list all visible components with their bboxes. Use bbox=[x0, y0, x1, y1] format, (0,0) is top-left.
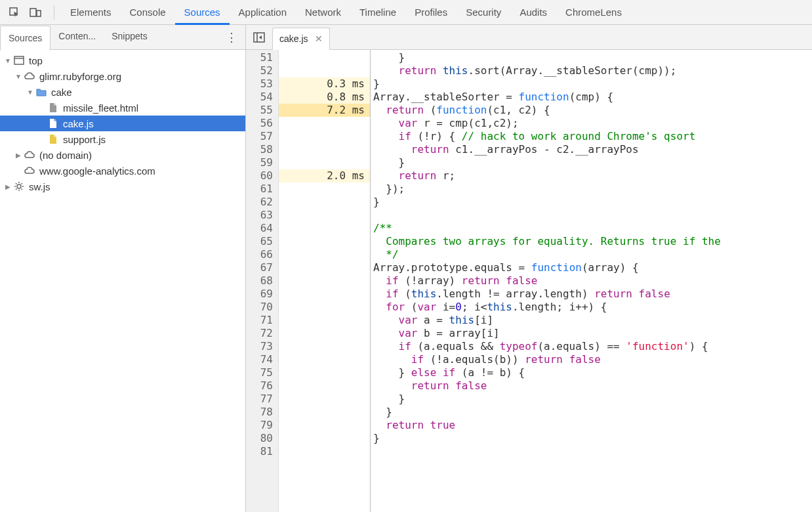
expand-arrow-icon[interactable]: ▶ bbox=[14, 152, 22, 159]
panel-tab-profiles[interactable]: Profiles bbox=[405, 0, 457, 25]
line-number[interactable]: 72 bbox=[246, 327, 278, 340]
code-line[interactable]: } bbox=[373, 196, 812, 209]
code-line[interactable]: for (var i=0; i<this.length; i++) { bbox=[373, 301, 812, 314]
code-line[interactable]: return r; bbox=[373, 169, 812, 182]
line-number[interactable]: 80 bbox=[246, 432, 278, 445]
line-number[interactable]: 74 bbox=[246, 353, 278, 366]
code-line[interactable]: return c1.__arrayPos - c2.__arrayPos bbox=[373, 143, 812, 156]
code-line[interactable]: if (!a.equals(b)) return false bbox=[373, 353, 812, 366]
sidebar-tab-sources[interactable]: Sources bbox=[0, 26, 51, 51]
line-number[interactable]: 58 bbox=[246, 143, 278, 156]
expand-arrow-icon[interactable]: ▼ bbox=[4, 57, 12, 64]
code-line[interactable]: var a = this[i] bbox=[373, 314, 812, 327]
code-line[interactable]: if (!r) { // hack to work around Chrome'… bbox=[373, 130, 812, 143]
line-number[interactable]: 60 bbox=[246, 169, 278, 182]
tree-item-glimr-rubyforge-org[interactable]: ▼glimr.rubyforge.org bbox=[0, 68, 245, 84]
line-number[interactable]: 78 bbox=[246, 406, 278, 419]
code-line[interactable] bbox=[373, 445, 812, 458]
line-number[interactable]: 62 bbox=[246, 196, 278, 209]
panel-tab-elements[interactable]: Elements bbox=[61, 0, 121, 25]
line-number[interactable]: 55 bbox=[246, 104, 278, 117]
sidebar-tab-conten[interactable]: Conten... bbox=[51, 24, 104, 49]
code-line[interactable]: /** bbox=[373, 222, 812, 235]
code-line[interactable]: } bbox=[373, 393, 812, 406]
line-number[interactable]: 66 bbox=[246, 248, 278, 261]
code-line[interactable] bbox=[373, 209, 812, 222]
panel-tab-audits[interactable]: Audits bbox=[510, 0, 556, 25]
more-options-icon[interactable]: ⋮ bbox=[226, 30, 237, 45]
code-line[interactable]: } bbox=[373, 77, 812, 91]
code-line[interactable]: } else if (a != b) { bbox=[373, 366, 812, 379]
code-line[interactable]: } bbox=[373, 432, 812, 445]
code-line[interactable]: return this.sort(Array.__stableSorter(cm… bbox=[373, 64, 812, 77]
line-number[interactable]: 52 bbox=[246, 64, 278, 77]
code-line[interactable]: } bbox=[373, 406, 812, 419]
expand-arrow-icon[interactable]: ▼ bbox=[14, 73, 22, 80]
tree-item--no-domain-[interactable]: ▶(no domain) bbox=[0, 147, 245, 163]
tree-item-missile_fleet-html[interactable]: missile_fleet.html bbox=[0, 100, 245, 116]
device-mode-icon[interactable] bbox=[26, 3, 45, 22]
line-number[interactable]: 51 bbox=[246, 51, 278, 64]
panel-tab-console[interactable]: Console bbox=[121, 0, 175, 25]
code-line[interactable]: }); bbox=[373, 182, 812, 196]
line-number[interactable]: 59 bbox=[246, 156, 278, 169]
code-line[interactable]: */ bbox=[373, 248, 812, 261]
panel-tab-chromelens[interactable]: ChromeLens bbox=[556, 0, 631, 25]
tree-item-cake[interactable]: ▼cake bbox=[0, 84, 245, 100]
tree-item-www-google-analytics-com[interactable]: www.google-analytics.com bbox=[0, 163, 245, 179]
panel-tab-security[interactable]: Security bbox=[457, 0, 510, 25]
code-line[interactable]: var b = array[i] bbox=[373, 327, 812, 340]
line-number[interactable]: 67 bbox=[246, 261, 278, 274]
line-number[interactable]: 64 bbox=[246, 222, 278, 235]
line-number[interactable]: 70 bbox=[246, 301, 278, 314]
code-line[interactable]: Array.__stableSorter = function(cmp) { bbox=[373, 91, 812, 104]
tree-item-support-js[interactable]: support.js bbox=[0, 131, 245, 147]
expand-arrow-icon[interactable]: ▼ bbox=[26, 89, 34, 96]
sidebar-tab-snippets[interactable]: Snippets bbox=[104, 24, 155, 49]
code-area[interactable]: 5152535455565758596061626364656667686970… bbox=[246, 50, 812, 512]
line-number[interactable]: 75 bbox=[246, 366, 278, 379]
line-number[interactable]: 81 bbox=[246, 445, 278, 458]
code-line[interactable]: } bbox=[373, 156, 812, 169]
tree-item-sw-js[interactable]: ▶sw.js bbox=[0, 179, 245, 194]
code-line[interactable]: if (this.length != array.length) return … bbox=[373, 288, 812, 301]
panel-tab-network[interactable]: Network bbox=[296, 0, 350, 25]
line-number[interactable]: 61 bbox=[246, 182, 278, 196]
line-number[interactable]: 71 bbox=[246, 314, 278, 327]
line-number[interactable]: 53 bbox=[246, 77, 278, 91]
code-line[interactable]: } bbox=[373, 51, 812, 64]
tree-item-cake-js[interactable]: cake.js bbox=[0, 116, 245, 131]
show-navigator-icon[interactable] bbox=[250, 28, 268, 47]
tree-item-top[interactable]: ▼top bbox=[0, 53, 245, 68]
line-number[interactable]: 65 bbox=[246, 235, 278, 248]
svg-line-13 bbox=[22, 183, 23, 184]
line-number[interactable]: 73 bbox=[246, 340, 278, 353]
code-line[interactable]: if (a.equals && typeof(a.equals) == 'fun… bbox=[373, 340, 812, 353]
close-icon[interactable]: ✕ bbox=[315, 33, 323, 44]
line-number[interactable]: 56 bbox=[246, 117, 278, 130]
line-number[interactable]: 79 bbox=[246, 419, 278, 432]
line-number[interactable]: 54 bbox=[246, 91, 278, 104]
line-number[interactable]: 68 bbox=[246, 274, 278, 288]
line-number[interactable]: 63 bbox=[246, 209, 278, 222]
code-line[interactable]: Array.prototype.equals = function(array)… bbox=[373, 261, 812, 274]
inspect-element-icon[interactable] bbox=[5, 3, 24, 22]
line-number[interactable]: 77 bbox=[246, 393, 278, 406]
code-line[interactable]: return (function(c1, c2) { bbox=[373, 104, 812, 117]
code-line[interactable]: Compares two arrays for equality. Return… bbox=[373, 235, 812, 248]
line-number[interactable]: 76 bbox=[246, 379, 278, 393]
line-number[interactable]: 69 bbox=[246, 288, 278, 301]
panel-tab-timeline[interactable]: Timeline bbox=[350, 0, 405, 25]
line-timing bbox=[279, 301, 370, 314]
code-line[interactable]: return true bbox=[373, 419, 812, 432]
code-content[interactable]: } return this.sort(Array.__stableSorter(… bbox=[371, 50, 812, 512]
file-tree[interactable]: ▼top▼glimr.rubyforge.org▼cakemissile_fle… bbox=[0, 50, 245, 512]
expand-arrow-icon[interactable]: ▶ bbox=[4, 183, 12, 190]
code-line[interactable]: if (!array) return false bbox=[373, 274, 812, 288]
code-line[interactable]: return false bbox=[373, 379, 812, 393]
file-tab-cake-js[interactable]: cake.js ✕ bbox=[272, 28, 330, 50]
panel-tab-sources[interactable]: Sources bbox=[175, 0, 230, 25]
line-number[interactable]: 57 bbox=[246, 130, 278, 143]
panel-tab-application[interactable]: Application bbox=[230, 0, 296, 25]
code-line[interactable]: var r = cmp(c1,c2); bbox=[373, 117, 812, 130]
